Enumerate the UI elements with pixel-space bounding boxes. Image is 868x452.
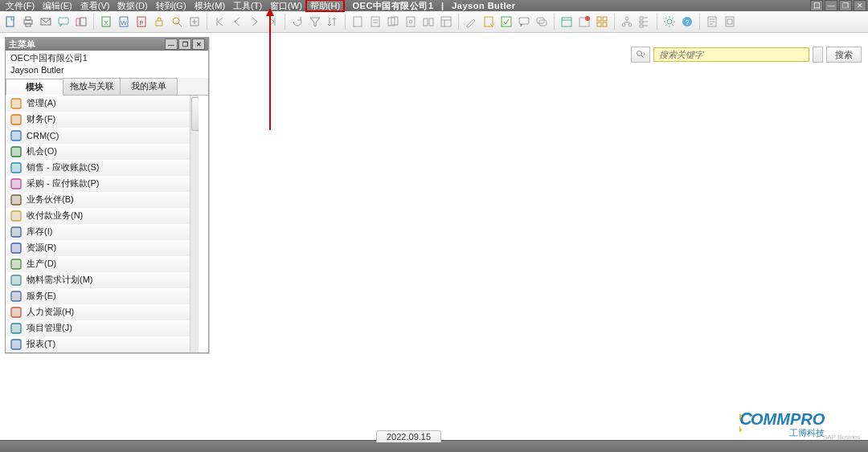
search-type-icon[interactable]: [631, 47, 650, 63]
search-button[interactable]: 搜索: [826, 47, 862, 63]
svg-rect-7: [80, 18, 86, 26]
module-item[interactable]: 销售 - 应收账款(S): [6, 160, 199, 176]
module-item[interactable]: 资源(R): [6, 240, 199, 256]
module-item[interactable]: 项目管理(J): [6, 320, 199, 336]
new-icon[interactable]: [3, 14, 18, 29]
panel-minimize-button[interactable]: —: [165, 39, 178, 50]
form2-icon[interactable]: [723, 14, 737, 29]
menu-view[interactable]: 查看(V): [76, 0, 114, 11]
module-item[interactable]: 服务(E): [6, 288, 199, 304]
svg-rect-63: [11, 195, 21, 205]
print-icon[interactable]: [21, 14, 35, 29]
module-item[interactable]: 管理(A): [6, 96, 199, 112]
next-record-icon[interactable]: [248, 14, 262, 29]
tab-module[interactable]: 模块: [6, 79, 63, 96]
find-icon[interactable]: [170, 14, 184, 29]
module-item[interactable]: 采购 - 应付账款(P): [6, 176, 199, 192]
menu-file[interactable]: 文件(F): [2, 0, 39, 11]
doc4-icon[interactable]: [403, 14, 418, 29]
module-item[interactable]: CRM(C): [6, 128, 199, 144]
search-scrollbar[interactable]: [813, 47, 823, 63]
form1-icon[interactable]: [705, 14, 719, 29]
scrollbar-thumb[interactable]: [191, 97, 199, 131]
menu-edit[interactable]: 编辑(E): [39, 0, 76, 11]
window-minimize-button[interactable]: —: [825, 0, 837, 11]
svg-rect-41: [640, 17, 643, 19]
first-record-icon[interactable]: [212, 14, 227, 29]
alert-icon[interactable]: [577, 14, 592, 29]
menu-tools[interactable]: 工具(T): [229, 0, 266, 11]
bp-icon: [10, 194, 22, 206]
panel-close-button[interactable]: ✕: [192, 39, 205, 50]
tree-icon[interactable]: [637, 14, 652, 29]
menu-window[interactable]: 窗口(W): [266, 0, 306, 11]
doc5-icon[interactable]: [421, 14, 436, 29]
search-bar: 搜索: [631, 47, 862, 63]
window-close-button[interactable]: ✕: [854, 0, 866, 11]
last-record-icon[interactable]: [265, 14, 280, 29]
mail-icon[interactable]: [39, 14, 53, 29]
svg-rect-5: [59, 18, 68, 24]
export-word-icon[interactable]: W: [117, 14, 131, 29]
search-input[interactable]: [653, 47, 809, 62]
fax-icon[interactable]: [74, 14, 88, 29]
module-item[interactable]: 机会(O): [6, 144, 199, 160]
module-item[interactable]: 人力资源(H): [6, 304, 199, 320]
calendar-icon[interactable]: [559, 14, 574, 29]
doc1-icon[interactable]: [350, 14, 365, 29]
sort-icon[interactable]: [326, 14, 340, 29]
module-item[interactable]: 生产(D): [6, 256, 199, 272]
note-icon[interactable]: [481, 14, 496, 29]
module-item[interactable]: 物料需求计划(M): [6, 272, 199, 288]
svg-rect-61: [11, 179, 21, 189]
svg-rect-51: [11, 99, 21, 108]
chat2-icon[interactable]: [534, 14, 549, 29]
panel-maximize-button[interactable]: ❐: [178, 39, 191, 50]
module-item[interactable]: 库存(I): [6, 224, 199, 240]
svg-point-15: [173, 18, 179, 24]
menu-module[interactable]: 模块(M): [190, 0, 230, 11]
lock-icon[interactable]: [152, 14, 166, 29]
module-label: 销售 - 应收账款(S): [27, 161, 99, 173]
bank-icon: [10, 210, 22, 222]
check-icon[interactable]: [499, 14, 514, 29]
chat-icon[interactable]: [517, 14, 531, 29]
module-item[interactable]: 收付款业务(N): [6, 208, 199, 224]
svg-rect-69: [11, 243, 21, 253]
menu-data[interactable]: 数据(D): [113, 0, 151, 11]
svg-rect-65: [11, 211, 21, 221]
prev-record-icon[interactable]: [230, 14, 244, 29]
export-excel-icon[interactable]: X: [99, 14, 113, 29]
svg-point-22: [409, 20, 412, 23]
filter-icon[interactable]: [308, 14, 322, 29]
refresh-icon[interactable]: [290, 14, 305, 29]
dashboard-icon[interactable]: [595, 14, 609, 29]
export-pdf-icon[interactable]: P: [134, 14, 149, 29]
doc2-icon[interactable]: [368, 14, 383, 29]
menu-goto[interactable]: 转到(G): [152, 0, 190, 11]
svg-point-38: [625, 17, 628, 20]
menu-help[interactable]: 帮助(H): [306, 0, 344, 11]
module-item[interactable]: 财务(F): [6, 112, 199, 128]
org-icon[interactable]: [620, 14, 634, 29]
crm-icon: [10, 130, 22, 141]
doc3-icon[interactable]: [386, 14, 400, 29]
svg-rect-79: [11, 324, 21, 333]
module-item[interactable]: 报表(T): [6, 336, 199, 352]
window-maximize-button[interactable]: ❐: [839, 0, 852, 11]
help-icon[interactable]: ?: [680, 14, 694, 29]
settings-icon[interactable]: [662, 14, 677, 29]
module-item[interactable]: 业务伙伴(B): [6, 192, 199, 208]
layout-icon[interactable]: [439, 14, 453, 29]
module-scrollbar[interactable]: [190, 96, 199, 352]
svg-rect-59: [11, 163, 21, 173]
add-icon[interactable]: [187, 14, 202, 29]
sms-icon[interactable]: [56, 14, 71, 29]
tab-my-menu[interactable]: 我的菜单: [120, 78, 178, 95]
edit-icon[interactable]: [464, 14, 478, 29]
window-layout-button[interactable]: 囗: [810, 0, 823, 11]
panel-header: OEC中国有限公司1 Jayson Butler: [6, 51, 208, 78]
panel-title-bar[interactable]: 主菜单 — ❐ ✕: [6, 38, 208, 51]
svg-rect-53: [11, 115, 21, 124]
tab-drag-assoc[interactable]: 拖放与关联: [63, 78, 121, 95]
